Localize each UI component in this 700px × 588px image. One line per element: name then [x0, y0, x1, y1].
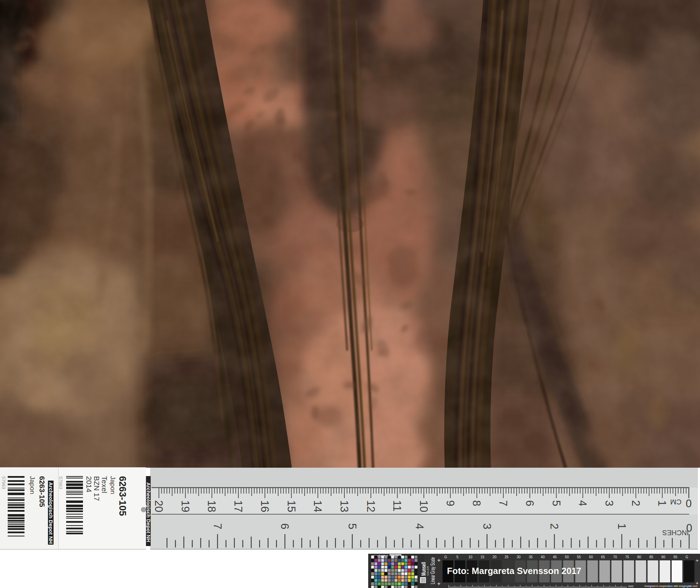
svg-text:65: 65	[601, 555, 605, 559]
svg-text:20: 20	[492, 555, 497, 559]
svg-text:5: 5	[456, 555, 458, 559]
svg-text:20: 20	[153, 500, 165, 512]
svg-text:15: 15	[285, 500, 298, 512]
svg-text:35: 35	[529, 555, 533, 559]
svg-text:90: 90	[662, 555, 666, 559]
svg-text:2: 2	[548, 523, 560, 529]
svg-text:1: 1	[656, 500, 668, 506]
svg-text:25: 25	[505, 555, 509, 559]
svg-text:6263-105: 6263-105	[38, 476, 46, 507]
svg-text:7: 7	[497, 500, 509, 506]
svg-text:G: G	[686, 555, 688, 559]
svg-text:15: 15	[481, 555, 485, 559]
svg-text:70: 70	[613, 555, 617, 559]
svg-text:1: 1	[616, 523, 628, 529]
svg-text:Japon: Japon	[109, 476, 117, 494]
svg-text:14: 14	[312, 500, 324, 512]
svg-text:8: 8	[470, 500, 483, 506]
svg-text:95: 95	[673, 555, 678, 559]
svg-text:6263-105: 6263-105	[117, 476, 128, 516]
svg-text:16: 16	[259, 500, 271, 512]
svg-text:Linear Gray Scale: Linear Gray Scale	[429, 557, 436, 584]
svg-text:Munsell: Munsell	[420, 562, 427, 576]
svg-text:Japon: Japon	[29, 476, 36, 494]
svg-text:6: 6	[524, 500, 536, 506]
svg-text:57963: 57963	[58, 476, 63, 489]
svg-text:30: 30	[517, 555, 521, 559]
svg-text:57963: 57963	[1, 476, 6, 489]
svg-text:55: 55	[577, 555, 581, 559]
svg-text:2: 2	[630, 500, 642, 506]
svg-text:+: +	[437, 580, 441, 587]
svg-text:Texel: Texel	[100, 476, 108, 493]
svg-text:+: +	[437, 557, 441, 564]
svg-text:CM: CM	[670, 498, 682, 506]
svg-text:Foto: Margareta Svensson 2017: Foto: Margareta Svensson 2017	[447, 566, 581, 576]
svg-text:85: 85	[649, 555, 653, 559]
svg-text:11: 11	[391, 500, 403, 511]
svg-text:INCHES: INCHES	[662, 529, 689, 537]
svg-text:7: 7	[211, 523, 224, 529]
svg-text:10: 10	[418, 500, 430, 512]
svg-text:18: 18	[205, 500, 218, 512]
svg-text:6: 6	[279, 523, 291, 529]
svg-text:5: 5	[346, 523, 358, 529]
svg-text:Archeologisch Depot NH: Archeologisch Depot NH	[146, 482, 151, 542]
svg-text:12: 12	[365, 500, 377, 512]
svg-text:19: 19	[179, 500, 191, 512]
svg-text:10: 10	[468, 555, 472, 559]
svg-text:13: 13	[338, 500, 350, 512]
svg-text:80: 80	[637, 555, 642, 559]
svg-text:0: 0	[686, 497, 692, 509]
svg-text:4: 4	[576, 500, 589, 506]
svg-text:5: 5	[550, 500, 562, 506]
svg-text:COLOR: COLOR	[426, 566, 429, 575]
svg-text:Designed in cooperation with i: Designed in cooperation with imagingetc.…	[644, 585, 698, 588]
svg-text:45: 45	[553, 555, 557, 559]
svg-text:BZN 17: BZN 17	[93, 476, 101, 501]
svg-text:40: 40	[541, 555, 545, 559]
svg-text:mm: mm	[628, 585, 634, 588]
svg-text:3: 3	[481, 523, 493, 529]
svg-text:75: 75	[625, 555, 629, 559]
svg-text:17: 17	[232, 500, 244, 512]
svg-text:9: 9	[444, 500, 456, 506]
svg-text:3: 3	[603, 500, 615, 506]
svg-text:60: 60	[589, 555, 593, 559]
svg-text:2014: 2014	[85, 476, 93, 493]
svg-text:50: 50	[565, 555, 569, 559]
svg-text:G: G	[444, 555, 447, 559]
svg-text:+: +	[696, 558, 699, 563]
svg-text:4: 4	[413, 523, 426, 529]
svg-text:Archeologisch Depot NH: Archeologisch Depot NH	[48, 482, 54, 544]
